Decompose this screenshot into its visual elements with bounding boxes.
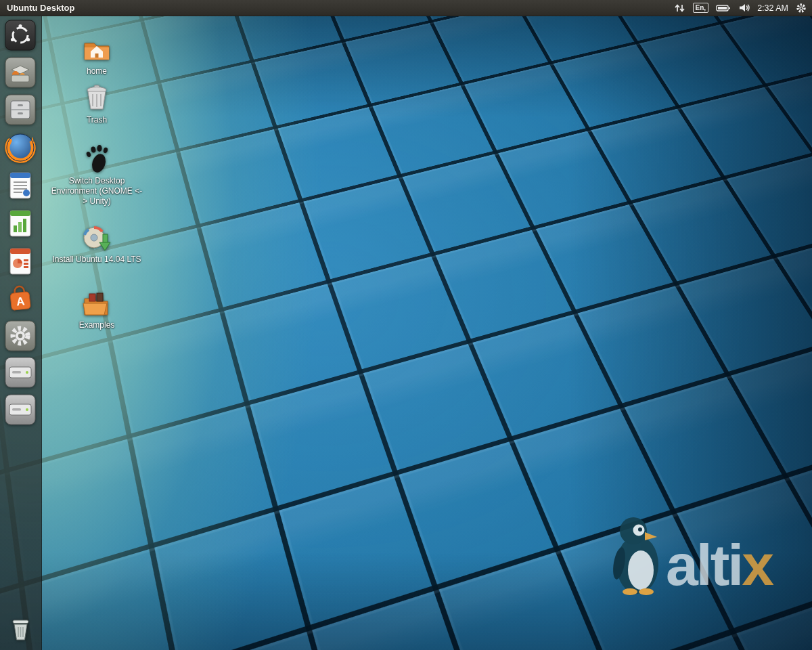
keyboard-indicator[interactable]: En,: [693, 0, 709, 16]
system-settings-icon: [5, 320, 36, 351]
svg-text:A: A: [16, 295, 25, 308]
desktop-icon-label: Install Ubuntu 14.04 LTS: [49, 255, 144, 265]
desktop-icon-trash[interactable]: Trash: [49, 81, 144, 125]
screen: altix home Trash: [0, 0, 812, 650]
battery-icon: [716, 3, 731, 13]
desktop-icon-label: Examples: [49, 320, 144, 330]
top-panel: Ubuntu Desktop En,: [0, 0, 812, 16]
launcher-item-system-settings[interactable]: [5, 320, 36, 351]
launcher-item-disk-2[interactable]: [5, 394, 36, 425]
baltix-watermark: altix: [610, 513, 772, 596]
unity-launcher: A: [0, 16, 42, 650]
libreoffice-writer-icon: [5, 170, 36, 201]
dash-home-icon: [5, 20, 36, 51]
disk-drive-icon: [5, 394, 36, 425]
session-menu[interactable]: [796, 0, 807, 16]
disk-drive-icon: [5, 357, 36, 388]
panel-title: Ubuntu Desktop: [7, 3, 74, 13]
launcher-item-libreoffice-impress[interactable]: [5, 246, 36, 277]
network-indicator[interactable]: [674, 0, 685, 16]
desktop-icon-home[interactable]: home: [49, 32, 144, 77]
examples-folder-icon: [81, 286, 113, 319]
launcher-item-disk-1[interactable]: [5, 357, 36, 388]
penguin-icon: [610, 513, 666, 596]
desktop-icon-examples[interactable]: Examples: [49, 286, 144, 330]
volume-indicator[interactable]: [738, 0, 750, 16]
software-center-icon: A: [5, 283, 36, 314]
files-icon: [5, 94, 36, 125]
libreoffice-calc-icon: [5, 208, 36, 239]
software-updater-icon: [5, 57, 36, 88]
libreoffice-impress-icon: [5, 246, 36, 277]
launcher-item-files[interactable]: [5, 94, 36, 125]
launcher-item-software-center[interactable]: A: [5, 283, 36, 314]
desktop-icon-label: Trash: [49, 115, 144, 125]
launcher-item-dash-home[interactable]: [5, 20, 36, 51]
installer-disc-icon: [81, 221, 113, 253]
indicator-area: En, 2:32 AM: [674, 0, 812, 16]
launcher-item-libreoffice-writer[interactable]: [5, 170, 36, 201]
launcher-item-firefox[interactable]: [5, 132, 36, 163]
launcher-item-trash[interactable]: [5, 613, 36, 644]
gnome-foot-icon: [81, 142, 113, 175]
watermark-text: altix: [666, 538, 772, 596]
desktop-icon-label: home: [49, 66, 144, 77]
trash-icon: [81, 81, 113, 114]
launcher-item-software-updater[interactable]: [5, 57, 36, 88]
clock[interactable]: 2:32 AM: [757, 0, 788, 16]
desktop-icon-switch-desktop[interactable]: Switch Desktop Environment (GNOME <-> Un…: [49, 142, 144, 207]
trash-launcher-icon: [5, 613, 36, 644]
session-gear-icon: [796, 3, 807, 14]
firefox-icon: [5, 132, 36, 163]
launcher-item-libreoffice-calc[interactable]: [5, 208, 36, 239]
home-folder-icon: [81, 32, 113, 65]
desktop-icon-label: Switch Desktop Environment (GNOME <-> Un…: [49, 176, 144, 207]
volume-icon: [738, 3, 750, 13]
battery-indicator[interactable]: [716, 0, 731, 16]
desktop-icon-install[interactable]: Install Ubuntu 14.04 LTS: [49, 221, 144, 265]
updown-arrows-icon: [674, 3, 685, 14]
keyboard-layout-label: En,: [693, 3, 709, 13]
